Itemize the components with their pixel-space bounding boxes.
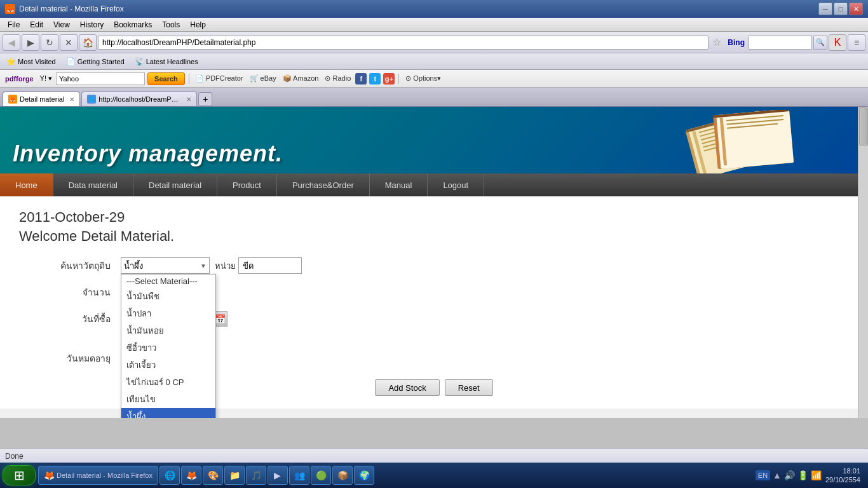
option-taojiaw[interactable]: เต้าเจี้ยว: [121, 356, 215, 374]
tab-icon-detail: 🦊: [8, 95, 17, 104]
tab-icon-test: 🌐: [87, 95, 96, 104]
feed-icon: 📡: [135, 57, 144, 66]
forward-button[interactable]: ▶: [22, 34, 39, 51]
site-header: Inventory management.: [0, 107, 868, 173]
options-button[interactable]: ⊙ Options▾: [403, 74, 444, 83]
yahoo-search-input[interactable]: [56, 72, 145, 85]
material-dropdown-wrapper: น้ำผึ้ง ▼ ---Select Material--- น้ำมันพื…: [121, 257, 210, 274]
search-row: ค้นหาวัตถุดิบ น้ำผึ้ง ▼ ---Select Materi…: [19, 257, 849, 274]
new-tab-button[interactable]: +: [198, 92, 212, 106]
nav-manual[interactable]: Manual: [370, 173, 428, 196]
option-nampla[interactable]: น้ำปลา: [121, 305, 215, 322]
bing-search-button[interactable]: 🔍: [813, 36, 827, 50]
dropdown-list: ---Select Material--- น้ำมันพืช น้ำปลา น…: [121, 274, 216, 418]
option-nammanhouy[interactable]: น้ำมันหอย: [121, 322, 215, 339]
back-button[interactable]: ◀: [3, 34, 20, 51]
twitter-icon[interactable]: t: [369, 73, 381, 85]
reload-button[interactable]: ↻: [41, 34, 58, 51]
bing-search-input[interactable]: [749, 36, 812, 50]
toolbar-pdfcreator[interactable]: 📄 PDFCreator: [193, 74, 245, 83]
dropdown-value: น้ำผึ้ง: [124, 259, 143, 273]
option-seeewkhaw[interactable]: ซีอิ้วขาว: [121, 339, 215, 356]
tab-close-detail[interactable]: ✕: [69, 96, 74, 103]
yahoo-logo: pdfforge: [3, 75, 36, 83]
kaspersky-button[interactable]: K: [829, 34, 846, 51]
svg-rect-11: [716, 110, 794, 169]
scrollbar-thumb[interactable]: [859, 107, 868, 146]
maximize-button[interactable]: □: [834, 3, 848, 15]
menu-tools[interactable]: Tools: [157, 19, 185, 30]
bookmark-most-visited[interactable]: ⭐ Most Visited: [3, 57, 60, 67]
separator-1: [189, 74, 189, 84]
googleplus-icon[interactable]: g+: [383, 73, 395, 85]
bookmark-getting-started[interactable]: 📄 Getting Started: [62, 57, 128, 67]
toolbar-radio[interactable]: ⊙ Radio: [323, 74, 353, 83]
tab-test-html[interactable]: 🌐 http://localhost/DreamPHP/test.html ✕: [81, 92, 197, 106]
tab-close-test[interactable]: ✕: [186, 96, 191, 103]
page-welcome: Welcome Detail Material.: [19, 228, 849, 245]
star-icon: ⭐: [6, 57, 16, 66]
reset-button[interactable]: Reset: [445, 379, 493, 396]
nav-purchase-order[interactable]: Purchase&Order: [277, 173, 370, 196]
nav-home[interactable]: Home: [0, 173, 53, 196]
search-label: ค้นหาวัตถุดิบ: [19, 259, 121, 273]
tabs-bar: 🦊 Detail material ✕ 🌐 http://localhost/D…: [0, 88, 868, 107]
nav-menu-button[interactable]: ≡: [848, 34, 865, 51]
quantity-label: จำนวน: [19, 285, 121, 299]
nav-data-material[interactable]: Data material: [53, 173, 133, 196]
nav-detail-material[interactable]: Detail material: [133, 173, 217, 196]
unit-label: หน่วย: [215, 259, 236, 273]
page-scrollbar[interactable]: [858, 107, 868, 418]
option-select-material[interactable]: ---Select Material---: [121, 274, 215, 288]
site-content: 2011-October-29 Welcome Detail Material.…: [0, 196, 868, 409]
yahoo-y-btn[interactable]: Y! ▾: [39, 74, 53, 83]
bing-search-area: Bing 🔍: [725, 36, 827, 50]
menu-history[interactable]: History: [75, 19, 109, 30]
titlebar: 🦊 Detail material - Mozilla Firefox ─ □ …: [0, 0, 868, 18]
menu-file[interactable]: File: [3, 19, 25, 30]
page-date: 2011-October-29: [19, 209, 849, 226]
expiry-label: วันหมดอายุ: [19, 351, 121, 365]
nav-toolbar: ◀ ▶ ↻ ✕ 🏠 ☆ Bing 🔍 K ≡: [0, 32, 868, 53]
unit-input[interactable]: [238, 257, 302, 274]
option-kaikaiber0[interactable]: ไข่ไก่เบอร์ 0 CP: [121, 374, 215, 391]
dropdown-arrow-icon: ▼: [200, 262, 207, 269]
menu-bar: File Edit View History Bookmarks Tools H…: [0, 18, 868, 32]
menu-help[interactable]: Help: [185, 19, 211, 30]
page-icon: 📄: [66, 57, 76, 66]
option-nampuenphuch[interactable]: น้ำมันพืช: [121, 288, 215, 305]
page-area: Inventory management.: [0, 107, 868, 418]
nav-product[interactable]: Product: [217, 173, 277, 196]
menu-view[interactable]: View: [48, 19, 75, 30]
toolbar-ebay[interactable]: 🛒 eBay: [248, 74, 278, 83]
purchase-date-label: วันที่ซื้อ: [19, 312, 121, 326]
option-thienkhay[interactable]: เทียนไข: [121, 391, 215, 408]
home-button[interactable]: 🏠: [79, 34, 97, 51]
bookmark-star[interactable]: ☆: [710, 36, 724, 50]
yahoo-search-button[interactable]: Search: [147, 72, 185, 85]
minimize-button[interactable]: ─: [818, 3, 832, 15]
address-bar[interactable]: [98, 36, 709, 50]
stop-button[interactable]: ✕: [60, 34, 78, 51]
firefox-icon: 🦊: [5, 4, 15, 14]
option-namphung[interactable]: น้ำผึ้ง: [121, 408, 215, 418]
yahoo-toolbar: pdfforge Y! ▾ Search 📄 PDFCreator 🛒 eBay…: [0, 70, 868, 88]
nav-logout[interactable]: Logout: [428, 173, 484, 196]
bookmark-latest-headlines[interactable]: 📡 Latest Headlines: [131, 57, 202, 67]
tab-detail-material[interactable]: 🦊 Detail material ✕: [3, 92, 80, 106]
bing-logo: Bing: [725, 38, 747, 47]
facebook-icon[interactable]: f: [355, 73, 367, 85]
menu-bookmarks[interactable]: Bookmarks: [109, 19, 157, 30]
form-area: ค้นหาวัตถุดิบ น้ำผึ้ง ▼ ---Select Materi…: [19, 257, 849, 396]
bookmarks-bar: ⭐ Most Visited 📄 Getting Started 📡 Lates…: [0, 53, 868, 70]
toolbar-amazon[interactable]: 📦 Amazon: [281, 74, 321, 83]
close-button[interactable]: ✕: [849, 3, 863, 15]
header-book-decoration: [677, 110, 804, 173]
menu-edit[interactable]: Edit: [25, 19, 48, 30]
add-stock-button[interactable]: Add Stock: [375, 379, 439, 396]
site-nav: Home Data material Detail material Produ…: [0, 173, 868, 196]
material-dropdown[interactable]: น้ำผึ้ง ▼: [121, 257, 210, 274]
site-title: Inventory management.: [13, 140, 283, 167]
separator-2: [398, 74, 399, 84]
window-title: Detail material - Mozilla Firefox: [19, 4, 124, 13]
